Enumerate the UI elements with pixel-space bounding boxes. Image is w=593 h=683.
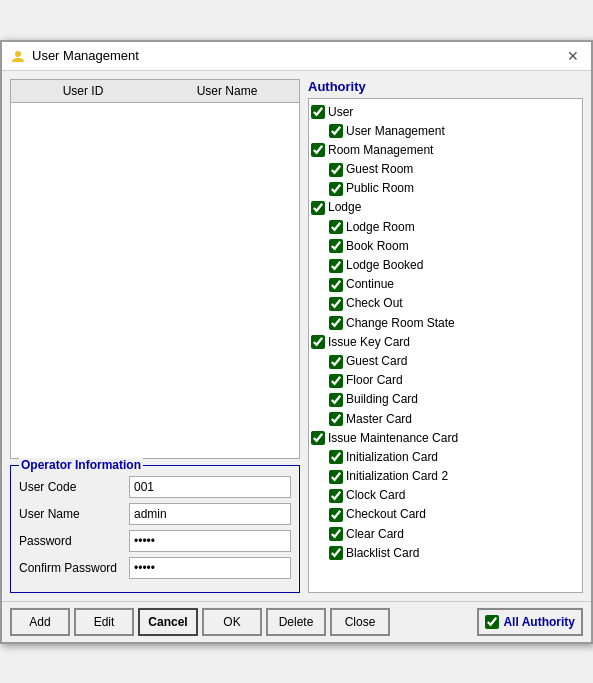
tree-checkbox[interactable]	[329, 297, 343, 311]
all-authority-checkbox[interactable]	[485, 615, 499, 629]
password-row: Password	[19, 530, 291, 552]
tree-label: Public Room	[346, 179, 414, 198]
cancel-button[interactable]: Cancel	[138, 608, 198, 636]
confirm-password-input[interactable]	[129, 557, 291, 579]
close-button[interactable]: Close	[330, 608, 390, 636]
tree-item: Master Card	[329, 410, 580, 429]
tree-checkbox[interactable]	[329, 470, 343, 484]
tree-label: Book Room	[346, 237, 409, 256]
all-authority-label: All Authority	[503, 615, 575, 629]
tree-item: Issue Key Card	[311, 333, 580, 352]
tree-label: Master Card	[346, 410, 412, 429]
main-content: User ID User Name Operator Information U…	[2, 71, 591, 601]
tree-item: Clock Card	[329, 486, 580, 505]
confirm-password-label: Confirm Password	[19, 561, 129, 575]
tree-label: Building Card	[346, 390, 418, 409]
tree-item: Book Room	[329, 237, 580, 256]
tree-item: Initialization Card 2	[329, 467, 580, 486]
tree-label: Change Room State	[346, 314, 455, 333]
tree-item: Change Room State	[329, 314, 580, 333]
tree-checkbox[interactable]	[329, 163, 343, 177]
confirm-password-row: Confirm Password	[19, 557, 291, 579]
tree-checkbox[interactable]	[329, 527, 343, 541]
close-window-button[interactable]: ✕	[563, 49, 583, 63]
tree-label: Floor Card	[346, 371, 403, 390]
tree-checkbox[interactable]	[329, 508, 343, 522]
tree-item: Building Card	[329, 390, 580, 409]
tree-checkbox[interactable]	[329, 278, 343, 292]
tree-label: Guest Room	[346, 160, 413, 179]
tree-checkbox[interactable]	[311, 105, 325, 119]
tree-label: Initialization Card 2	[346, 467, 448, 486]
tree-label: Continue	[346, 275, 394, 294]
tree-checkbox[interactable]	[329, 450, 343, 464]
app-icon	[10, 48, 26, 64]
tree-label: Clock Card	[346, 486, 405, 505]
tree-item: User	[311, 103, 580, 122]
tree-checkbox[interactable]	[329, 259, 343, 273]
user-table: User ID User Name	[10, 79, 300, 459]
tree-label: Lodge Booked	[346, 256, 423, 275]
user-name-row: User Name	[19, 503, 291, 525]
col-username: User Name	[155, 84, 299, 98]
tree-checkbox[interactable]	[329, 374, 343, 388]
tree-checkbox[interactable]	[311, 431, 325, 445]
add-button[interactable]: Add	[10, 608, 70, 636]
tree-label: Blacklist Card	[346, 544, 419, 563]
user-name-label: User Name	[19, 507, 129, 521]
tree-checkbox[interactable]	[329, 355, 343, 369]
tree-label: Issue Maintenance Card	[328, 429, 458, 448]
tree-checkbox[interactable]	[329, 124, 343, 138]
tree-item: Continue	[329, 275, 580, 294]
delete-button[interactable]: Delete	[266, 608, 326, 636]
window-title: User Management	[32, 48, 139, 63]
tree-item: Initialization Card	[329, 448, 580, 467]
tree-checkbox[interactable]	[311, 335, 325, 349]
tree-item: Guest Card	[329, 352, 580, 371]
user-management-window: User Management ✕ User ID User Name Oper…	[0, 40, 593, 644]
tree-item: Room Management	[311, 141, 580, 160]
button-bar: Add Edit Cancel OK Delete Close All Auth…	[2, 601, 591, 642]
tree-checkbox[interactable]	[329, 412, 343, 426]
user-name-input[interactable]	[129, 503, 291, 525]
col-userid: User ID	[11, 84, 155, 98]
authority-header: Authority	[308, 79, 583, 94]
edit-button[interactable]: Edit	[74, 608, 134, 636]
tree-item: Public Room	[329, 179, 580, 198]
tree-label: Initialization Card	[346, 448, 438, 467]
tree-checkbox[interactable]	[329, 239, 343, 253]
tree-item: Lodge	[311, 198, 580, 217]
tree-checkbox[interactable]	[329, 393, 343, 407]
tree-label: Room Management	[328, 141, 433, 160]
ok-button[interactable]: OK	[202, 608, 262, 636]
tree-item: Check Out	[329, 294, 580, 313]
tree-item: Lodge Room	[329, 218, 580, 237]
title-bar-left: User Management	[10, 48, 139, 64]
tree-label: Lodge	[328, 198, 361, 217]
authority-tree[interactable]: UserUser ManagementRoom ManagementGuest …	[308, 98, 583, 593]
password-input[interactable]	[129, 530, 291, 552]
tree-checkbox[interactable]	[329, 182, 343, 196]
tree-checkbox[interactable]	[329, 489, 343, 503]
tree-item: Clear Card	[329, 525, 580, 544]
user-code-label: User Code	[19, 480, 129, 494]
tree-checkbox[interactable]	[329, 316, 343, 330]
tree-checkbox[interactable]	[329, 220, 343, 234]
tree-item: User Management	[329, 122, 580, 141]
tree-label: Check Out	[346, 294, 403, 313]
tree-checkbox[interactable]	[311, 143, 325, 157]
right-panel: Authority UserUser ManagementRoom Manage…	[308, 79, 583, 593]
tree-checkbox[interactable]	[311, 201, 325, 215]
tree-checkbox[interactable]	[329, 546, 343, 560]
tree-item: Floor Card	[329, 371, 580, 390]
tree-item: Lodge Booked	[329, 256, 580, 275]
operator-info: Operator Information User Code User Name…	[10, 465, 300, 593]
all-authority-button[interactable]: All Authority	[477, 608, 583, 636]
tree-label: Checkout Card	[346, 505, 426, 524]
tree-label: Lodge Room	[346, 218, 415, 237]
tree-label: User Management	[346, 122, 445, 141]
tree-item: Guest Room	[329, 160, 580, 179]
tree-label: Clear Card	[346, 525, 404, 544]
user-code-input[interactable]	[129, 476, 291, 498]
tree-item: Checkout Card	[329, 505, 580, 524]
